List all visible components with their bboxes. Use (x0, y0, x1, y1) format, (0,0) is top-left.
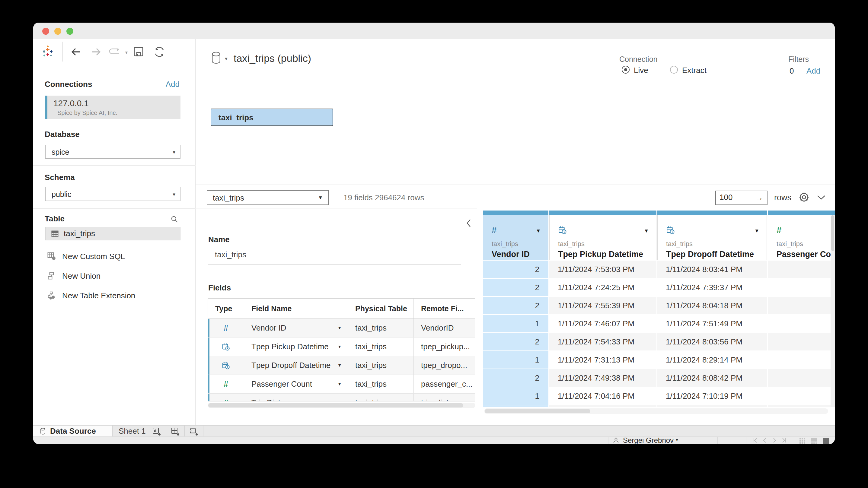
close-window-button[interactable] (42, 28, 49, 35)
tab-data-source[interactable]: Data Source (33, 426, 113, 436)
canvas-table-node-label: taxi_trips (218, 113, 253, 123)
live-radio-label[interactable]: Live (634, 66, 648, 75)
field-name-cell[interactable]: Passenger Count▼ (244, 375, 348, 393)
refresh-data-button[interactable] (153, 46, 165, 58)
zoom-window-button[interactable] (66, 28, 73, 35)
filters-add-link[interactable]: Add (806, 66, 820, 76)
sidebar-divider (33, 165, 195, 166)
datasource-name-input[interactable] (215, 250, 456, 259)
database-select[interactable]: spice ▼ (45, 145, 181, 159)
previous-page-icon[interactable] (762, 437, 768, 443)
first-page-icon[interactable] (752, 437, 758, 443)
grid-cell: 1/11/2024 7:54:33 PM (549, 333, 656, 351)
fields-horizontal-scrollbar[interactable] (208, 403, 475, 408)
grid-cell: 1/11/2024 8:08:42 PM (657, 369, 767, 387)
new-union-item[interactable]: New Union (45, 270, 181, 283)
new-custom-sql-item[interactable]: New Custom SQL (45, 250, 181, 263)
user-menu-label[interactable]: Sergei Grebnov (623, 436, 674, 444)
datetime-field-icon (558, 226, 567, 235)
grid-settings-gear-icon[interactable] (798, 191, 810, 203)
new-story-button[interactable] (185, 426, 204, 436)
live-radio[interactable] (622, 66, 629, 74)
add-connection-link[interactable]: Add (166, 79, 180, 89)
collapse-metadata-chevron-icon[interactable] (466, 219, 471, 228)
fields-column-header: Field Name (244, 299, 348, 319)
datasource-caret-icon[interactable]: ▼ (224, 56, 228, 61)
minimize-window-button[interactable] (54, 28, 61, 35)
grid-column-menu-caret-icon[interactable]: ▼ (644, 228, 649, 234)
extract-radio-label[interactable]: Extract (682, 66, 707, 75)
field-type-cell: # (208, 375, 244, 393)
field-menu-caret-icon[interactable]: ▼ (337, 344, 342, 349)
grid-vertical-scrollbar[interactable] (831, 215, 835, 411)
connection-item[interactable]: 127.0.0.1 Spice by Spice AI, Inc. (45, 96, 181, 119)
field-row[interactable]: #Passenger Count▼taxi_tripspassenger_c..… (208, 375, 475, 394)
replay-flow-button[interactable] (108, 47, 122, 56)
grid-cell (768, 351, 835, 368)
field-row[interactable]: #Vendor ID▼taxi_tripsVendorID (208, 319, 475, 337)
grid-table-select[interactable]: taxi_trips ▼ (207, 190, 329, 205)
canvas-table-node[interactable]: taxi_trips (211, 108, 333, 126)
undo-button[interactable] (70, 46, 82, 57)
name-label: Name (208, 235, 230, 244)
field-name-cell[interactable]: Vendor ID▼ (244, 319, 348, 337)
next-page-icon[interactable] (771, 437, 777, 443)
schema-select[interactable]: public ▼ (45, 187, 181, 201)
grid-cell: 1/11/2024 7:51:49 PM (657, 315, 767, 332)
redo-button[interactable] (90, 46, 102, 57)
field-name-cell[interactable]: Tpep Pickup Datetime▼ (244, 337, 348, 356)
field-menu-caret-icon[interactable]: ▼ (337, 400, 342, 401)
new-dashboard-icon (171, 427, 179, 435)
collapse-grid-chevron-icon[interactable] (816, 194, 826, 201)
new-worksheet-icon (152, 427, 161, 435)
extract-radio[interactable] (670, 66, 678, 74)
field-menu-caret-icon[interactable]: ▼ (337, 325, 342, 330)
field-row-accent-bar (208, 356, 210, 375)
grid-column: #▼taxi_tripsPassenger Count (768, 208, 835, 425)
field-row[interactable]: Tpep Pickup Datetime▼taxi_tripstpep_pick… (208, 337, 475, 356)
tab-sheet-1[interactable]: Sheet 1 (113, 426, 147, 436)
grid-cell (768, 297, 835, 314)
sidebar-divider (33, 208, 195, 209)
grid-column-strip (768, 210, 835, 215)
main-pane: ▼ taxi_trips (public) Connection Live Ex… (195, 39, 835, 425)
grid-column-name: Tpep Pickup Datetime (558, 250, 643, 259)
user-menu-caret-icon[interactable]: ▼ (675, 437, 679, 442)
grid-column-menu-caret-icon[interactable]: ▼ (754, 228, 760, 234)
grid-column-header[interactable]: ▼taxi_tripsTpep Dropoff Datetime (657, 215, 767, 260)
new-table-extension-item[interactable]: New Table Extension (45, 290, 181, 302)
replay-options-caret-icon[interactable]: ▼ (124, 50, 129, 55)
field-row[interactable]: #Trip Distance▼taxi_tripstrip_distance (208, 394, 475, 401)
grid-column-header[interactable]: #▼taxi_tripsPassenger Count (768, 215, 835, 260)
grid-cell (768, 387, 835, 405)
row-limit-input[interactable] (719, 193, 750, 202)
datasource-cylinder-icon[interactable] (211, 51, 221, 65)
number-dimension-icon: # (224, 324, 228, 332)
field-menu-caret-icon[interactable]: ▼ (337, 363, 342, 368)
table-item-taxi-trips[interactable]: taxi_trips (45, 227, 181, 240)
grid-cell: 1/11/2024 7:49:38 PM (549, 369, 656, 387)
small-grid-view-icon[interactable] (799, 437, 806, 444)
grid-column-table-label: taxi_trips (666, 240, 693, 248)
field-row[interactable]: Tpep Dropoff Datetime▼taxi_tripstpep_dro… (208, 356, 475, 375)
full-view-icon[interactable] (823, 437, 829, 444)
medium-grid-view-icon[interactable] (811, 437, 817, 444)
schema-select-value: public (52, 190, 71, 199)
grid-column-header[interactable]: ▼taxi_tripsTpep Pickup Datetime (549, 215, 656, 260)
field-name-cell[interactable]: Tpep Dropoff Datetime▼ (244, 356, 348, 375)
chevron-down-icon: ▼ (318, 195, 323, 201)
grid-column-header[interactable]: #▼taxi_tripsVendor ID (483, 215, 548, 260)
fields-column-header: Remote Fi... (414, 299, 475, 319)
search-icon[interactable] (170, 215, 178, 223)
table-action-label: New Union (62, 271, 100, 281)
apply-row-limit-arrow-icon[interactable]: → (755, 193, 763, 202)
grid-column-menu-caret-icon[interactable]: ▼ (536, 228, 541, 234)
field-name-cell[interactable]: Trip Distance▼ (244, 394, 348, 401)
field-menu-caret-icon[interactable]: ▼ (337, 382, 342, 386)
last-page-icon[interactable] (781, 437, 787, 443)
save-button[interactable] (133, 46, 144, 57)
grid-horizontal-scrollbar[interactable] (484, 409, 828, 414)
new-dashboard-button[interactable] (166, 426, 185, 436)
new-worksheet-button[interactable] (147, 426, 166, 436)
grid-cell (768, 315, 835, 332)
